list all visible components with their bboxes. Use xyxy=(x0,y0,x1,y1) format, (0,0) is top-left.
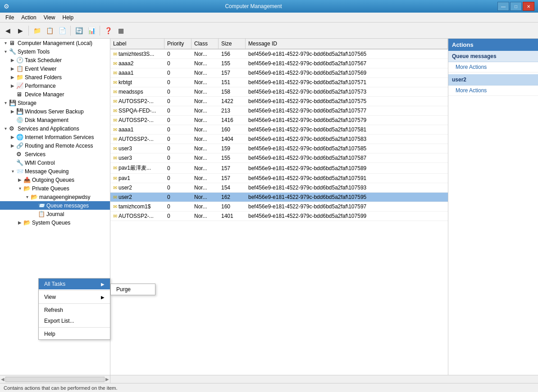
tree-item-storage[interactable]: ▾ 💾 Storage xyxy=(0,99,110,107)
forward-button[interactable]: ▶ xyxy=(14,25,26,36)
menu-view[interactable]: View xyxy=(40,14,59,22)
cell-priority: 0 xyxy=(164,153,191,162)
cell-label: ✉krbtgt xyxy=(110,78,164,87)
close-button[interactable]: ✕ xyxy=(523,2,534,11)
tree-item-device-manager[interactable]: 🖥 Device Manager xyxy=(0,90,110,99)
export-button[interactable]: 📊 xyxy=(86,25,97,36)
list-item[interactable]: ✉AUTOSSP2-... 0 Nor... 1404 bef456e9-e18… xyxy=(110,135,448,144)
refresh-button[interactable]: 🔄 xyxy=(73,25,85,36)
list-item[interactable]: ✉AUTOSSP2-... 0 Nor... 1416 bef456e9-e18… xyxy=(110,116,448,125)
private-icon: 📂 xyxy=(23,185,31,192)
tree-item-iis[interactable]: ▶ 🌐 Internet Information Services xyxy=(0,133,110,141)
list-item[interactable]: ✉aaaa1 0 Nor... 157 bef456e9-e181-4522-9… xyxy=(110,68,448,78)
ctx-item-view[interactable]: View ▶ xyxy=(39,292,110,302)
help-button[interactable]: ❓ xyxy=(102,25,114,36)
tree-item-task-scheduler[interactable]: ▶ 🕐 Task Scheduler xyxy=(0,56,110,64)
back-button[interactable]: ◀ xyxy=(2,25,14,36)
left-pane-scroll[interactable]: ◀ ▶ xyxy=(0,375,110,383)
center-pane-scroll[interactable] xyxy=(110,375,538,383)
actions-more-link-user2[interactable]: More Actions xyxy=(448,86,538,96)
col-header-class[interactable]: Class xyxy=(191,39,219,49)
sub-ctx-item-purge[interactable]: Purge xyxy=(111,284,155,295)
minimize-button[interactable]: — xyxy=(497,2,509,11)
ctx-item-export[interactable]: Export List... xyxy=(39,315,110,326)
cell-msgid: bef456e9-e181-4522-979c-bdd6bd5a2faf\107… xyxy=(246,202,448,211)
show-hide-button[interactable]: 📋 xyxy=(44,25,55,36)
col-header-msgid[interactable]: Message ID xyxy=(246,39,448,49)
tree-label-performance: Performance xyxy=(25,83,56,89)
cell-msgid: bef456e9-e181-4522-979c-bdd6bd5a2faf\107… xyxy=(246,212,448,221)
cell-msgid: bef456e9-e181-4522-979c-bdd6bd5a2faf\107… xyxy=(246,153,448,162)
cell-priority: 0 xyxy=(164,125,191,134)
tree-item-queue-messages[interactable]: 📨 Queue messages xyxy=(0,201,110,210)
folder-icon: 📁 xyxy=(16,74,23,81)
up-button[interactable]: 📁 xyxy=(31,25,43,36)
list-item[interactable]: ✉AUTOSSP2-... 0 Nor... 1401 bef456e9-e18… xyxy=(110,212,448,221)
tree-item-shared-folders[interactable]: ▶ 📁 Shared Folders xyxy=(0,73,110,81)
tree-item-performance[interactable]: ▶ 📈 Performance xyxy=(0,81,110,90)
tree-item-system-tools[interactable]: ▾ 🔧 System Tools xyxy=(0,47,110,56)
cell-size: 160 xyxy=(219,202,246,211)
maximize-button[interactable]: □ xyxy=(510,2,522,11)
cell-msgid: bef456e9-e181-4522-979c-bdd6bd5a2faf\107… xyxy=(246,144,448,153)
tree-item-disk-mgmt[interactable]: 💿 Disk Management xyxy=(0,116,110,124)
ctx-item-refresh[interactable]: Refresh xyxy=(39,305,110,315)
tree-item-journal[interactable]: 📋 Journal xyxy=(0,210,110,218)
ctx-label-export: Export List... xyxy=(44,318,74,324)
tree-item-msmq[interactable]: ▾ 📨 Message Queuing xyxy=(0,167,110,176)
menu-file[interactable]: File xyxy=(2,14,18,22)
list-item[interactable]: ✉user2 0 Nor... 154 bef456e9-e181-4522-9… xyxy=(110,183,448,193)
cell-msgid: bef456e9-e181-4522-979c-bdd6bd5a2faf\107… xyxy=(246,68,448,77)
tree-item-services[interactable]: ⚙ Services xyxy=(0,150,110,158)
cell-msgid: bef456e9-e181-4522-979c-bdd6bd5a2faf\107… xyxy=(246,183,448,192)
ctx-item-all-tasks[interactable]: All Tasks ▶ xyxy=(39,279,110,289)
actions-more-link-queue[interactable]: More Actions xyxy=(448,62,538,72)
col-header-priority[interactable]: Priority xyxy=(164,39,191,49)
cell-priority: 0 xyxy=(164,164,191,173)
tree-item-event-viewer[interactable]: ▶ 📋 Event Viewer xyxy=(0,64,110,73)
list-item[interactable]: ✉aaaa1 0 Nor... 160 bef456e9-e181-4522-9… xyxy=(110,125,448,135)
cell-label: ✉aaaa2 xyxy=(110,59,164,68)
tree-item-wsb[interactable]: ▶ 💾 Windows Server Backup xyxy=(0,107,110,116)
list-item[interactable]: ✉krbtgt 0 Nor... 151 bef456e9-e181-4522-… xyxy=(110,78,448,87)
tree-item-wmi[interactable]: 🔧 WMI Control xyxy=(0,158,110,167)
menu-help[interactable]: Help xyxy=(59,14,78,22)
tree-item-routing[interactable]: ▶ 🔗 Routing and Remote Access xyxy=(0,141,110,150)
list-item[interactable]: ✉pav1嚴澤麦... 0 Nor... 157 bef456e9-e181-4… xyxy=(110,163,448,174)
backup-icon: 💾 xyxy=(16,108,23,115)
clock-icon: 🕐 xyxy=(16,57,23,63)
menu-action[interactable]: Action xyxy=(18,14,40,22)
list-item[interactable]: ✉pav1 0 Nor... 157 bef456e9-e181-4522-97… xyxy=(110,174,448,183)
cell-label: ✉aaaa1 xyxy=(110,125,164,134)
list-item[interactable]: ✉meadssps 0 Nor... 158 bef456e9-e181-452… xyxy=(110,87,448,97)
tree-item-system-queues[interactable]: ▶ 📂 System Queues xyxy=(0,218,110,227)
list-item[interactable]: ✉tamizhcom1$ 0 Nor... 160 bef456e9-e181-… xyxy=(110,202,448,212)
cell-class: Nor... xyxy=(191,50,219,59)
tree-item-root[interactable]: ▾ 🖥 Computer Management (Local) xyxy=(0,39,110,47)
list-item[interactable]: ✉user2 0 Nor... 162 bef456e9-e181-4522-9… xyxy=(110,193,448,202)
col-header-label[interactable]: Label xyxy=(110,39,164,49)
tree-item-private[interactable]: ▾ 📂 Private Queues xyxy=(0,184,110,193)
tree-item-manageengine[interactable]: ▾ 📂 manageenginepwdsy xyxy=(0,193,110,201)
cell-priority: 0 xyxy=(164,144,191,153)
list-item[interactable]: ✉SSPQA-FED-... 0 Nor... 213 bef456e9-e18… xyxy=(110,106,448,116)
cell-priority: 0 xyxy=(164,78,191,87)
status-bar: Contains actions that can be performed o… xyxy=(0,383,538,392)
list-item[interactable]: ✉aaaa2 0 Nor... 155 bef456e9-e181-4522-9… xyxy=(110,59,448,68)
list-item[interactable]: ✉AUTOSSP2-... 0 Nor... 1422 bef456e9-e18… xyxy=(110,97,448,106)
tools-icon: 🔧 xyxy=(9,48,16,55)
properties-button[interactable]: 📄 xyxy=(56,25,68,36)
console-button[interactable]: ▦ xyxy=(115,25,127,36)
cell-label: ✉AUTOSSP2-... xyxy=(110,97,164,106)
list-item[interactable]: ✉user3 0 Nor... 159 bef456e9-e181-4522-9… xyxy=(110,144,448,153)
ctx-item-help[interactable]: Help xyxy=(39,329,110,339)
col-header-size[interactable]: Size xyxy=(219,39,246,49)
list-item[interactable]: ✉user3 0 Nor... 155 bef456e9-e181-4522-9… xyxy=(110,153,448,163)
tree-item-outgoing[interactable]: ▶ 📤 Outgoing Queues xyxy=(0,176,110,184)
tree-item-svc-apps[interactable]: ▾ ⚙ Services and Applications xyxy=(0,124,110,133)
expand-icon xyxy=(31,212,38,216)
cell-class: Nor... xyxy=(191,164,219,173)
list-item[interactable]: ✉tamizhtest3S... 0 Nor... 156 bef456e9-e… xyxy=(110,50,448,59)
tree-label-system-queues: System Queues xyxy=(32,220,70,226)
cell-priority: 0 xyxy=(164,202,191,211)
